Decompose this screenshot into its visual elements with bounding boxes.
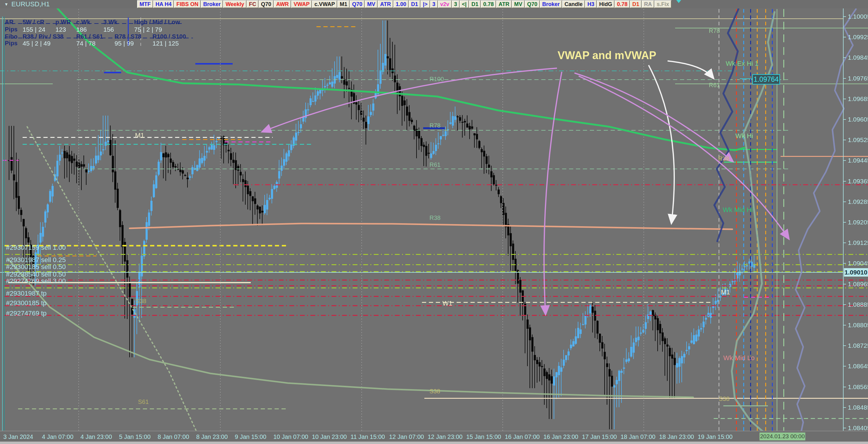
- toolbar-button-0-78[interactable]: 0.78: [615, 0, 630, 8]
- current-price-value: 1.09010: [844, 269, 867, 276]
- toolbar-button-d1[interactable]: D1: [630, 0, 642, 8]
- toolbar-button-mtf[interactable]: MTF: [137, 0, 153, 8]
- price-tick-label: 1.09685: [848, 95, 868, 102]
- dropdown-arrow-icon: ▼: [4, 2, 8, 7]
- price-tick-label: 1.09925: [848, 33, 868, 41]
- price-tick-label: 1.09445: [848, 157, 868, 164]
- price-tick-label: 1.08885: [848, 301, 868, 308]
- price-tick: [844, 57, 846, 58]
- price-tick: [844, 160, 846, 161]
- price-tick: [844, 202, 846, 202]
- time-tick-label: 3 Jan 2024: [3, 434, 33, 440]
- time-tick-label: 8 Jan 07:00: [158, 434, 189, 440]
- price-tick: [844, 407, 846, 408]
- price-tick: [844, 99, 846, 99]
- price-tick: [844, 140, 846, 140]
- toolbar-button-m1[interactable]: M1: [337, 0, 350, 8]
- time-tick-label: 17 Jan 15:00: [582, 434, 617, 440]
- price-tick: [844, 222, 846, 223]
- toolbar-button-atr[interactable]: ATR: [378, 0, 393, 8]
- price-tick: [844, 325, 846, 325]
- time-tick-label: 12 Jan 07:00: [389, 434, 424, 440]
- current-time-value: 2024.01.23 00:00: [760, 433, 805, 440]
- price-tick: [844, 387, 846, 387]
- toolbar-button-d1[interactable]: D1: [409, 0, 421, 8]
- time-tick-label: 18 Jan 23:00: [659, 434, 694, 440]
- toolbar-button-1-00[interactable]: 1.00: [393, 0, 409, 8]
- time-tick-label: 10 Jan 23:00: [312, 434, 347, 440]
- toolbar-buttons: MTFHA H4FIBS ONBrokerWeeklyFCQ70AWRVWAPc…: [137, 0, 672, 8]
- toolbar-button-[interactable]: <|: [460, 0, 469, 8]
- price-tick-label: 1.08965: [848, 280, 868, 288]
- time-tick-label: 5 Jan 15:00: [119, 434, 151, 440]
- toolbar-button-broker[interactable]: Broker: [540, 0, 562, 8]
- toolbar-button-mv[interactable]: MV: [512, 0, 525, 8]
- toolbar-button-3[interactable]: 3: [430, 0, 438, 8]
- toolbar-button-c-vwap[interactable]: c.VWAP: [312, 0, 337, 8]
- price-tick: [844, 78, 846, 79]
- toolbar-button-s-fix[interactable]: s.Fix: [654, 0, 672, 8]
- price-axis[interactable]: 1.100051.099251.098451.097651.096851.096…: [843, 8, 868, 431]
- scroll-marker-icon: [676, 0, 681, 3]
- toolbar-button-atr[interactable]: ATR: [496, 0, 512, 8]
- price-tick: [844, 366, 846, 366]
- toolbar-button-q70[interactable]: Q70: [258, 0, 274, 8]
- toolbar-button-3[interactable]: 3: [452, 0, 460, 8]
- time-tick-label: 9 Jan 15:00: [235, 434, 267, 440]
- price-tick: [844, 345, 846, 346]
- toolbar-button-vwap[interactable]: VWAP: [291, 0, 312, 8]
- price-tick-label: 1.09525: [848, 136, 868, 144]
- toolbar-button-broker[interactable]: Broker: [201, 0, 223, 8]
- toolbar-button-fc[interactable]: FC: [247, 0, 258, 8]
- price-tick: [844, 16, 846, 17]
- time-tick-label: 8 Jan 23:00: [196, 434, 228, 440]
- symbol-dropdown[interactable]: ▼ EURUSD,H1: [0, 0, 137, 8]
- toolbar-button-ha-h4[interactable]: HA H4: [153, 0, 174, 8]
- price-tick: [844, 119, 846, 120]
- toolbar-button-h3[interactable]: H3: [585, 0, 597, 8]
- price-tick: [844, 37, 846, 37]
- time-tick-label: 18 Jan 07:00: [621, 434, 655, 440]
- price-tick-label: 1.09365: [848, 178, 868, 185]
- price-tick-label: 1.08485: [848, 404, 868, 411]
- toolbar-button-q70[interactable]: Q70: [350, 0, 365, 8]
- price-tick-label: 1.10005: [848, 13, 868, 20]
- toolbar-button-awr[interactable]: AWR: [274, 0, 291, 8]
- toolbar-button-v2v[interactable]: v2v: [438, 0, 452, 8]
- time-tick-label: 19 Jan 15:00: [698, 434, 733, 440]
- time-tick-label: 11 Jan 15:00: [350, 434, 385, 440]
- toolbar-button-ra[interactable]: RA: [642, 0, 654, 8]
- symbol-title: EURUSD,H1: [11, 0, 50, 8]
- candlestick-canvas: [0, 0, 868, 444]
- time-tick-label: 16 Jan 23:00: [544, 434, 578, 440]
- toolbar-button-[interactable]: |>: [421, 0, 430, 8]
- toolbar: ▼ EURUSD,H1 MTFHA H4FIBS ONBrokerWeeklyF…: [0, 0, 868, 8]
- price-tick-label: 1.09125: [848, 239, 868, 246]
- price-tick-label: 1.09765: [848, 75, 868, 82]
- price-tick-label: 1.09205: [848, 219, 868, 226]
- toolbar-button-0-78[interactable]: 0.78: [481, 0, 496, 8]
- price-tick-label: 1.08725: [848, 342, 868, 349]
- time-tick-label: 12 Jan 23:00: [428, 434, 463, 440]
- time-tick-label: 10 Jan 07:00: [273, 434, 308, 440]
- toolbar-button-q70[interactable]: Q70: [525, 0, 540, 8]
- price-tick: [844, 428, 846, 428]
- toolbar-button-weekly[interactable]: Weekly: [223, 0, 247, 8]
- toolbar-button-hidg[interactable]: HidG: [597, 0, 615, 8]
- price-tick-label: 1.09605: [848, 116, 868, 123]
- toolbar-button-fibs-on[interactable]: FIBS ON: [174, 0, 201, 8]
- time-tick-label: 4 Jan 07:00: [42, 434, 73, 440]
- time-tick-label: 15 Jan 15:00: [466, 434, 501, 440]
- price-marker-badge: 1.09764: [752, 74, 780, 85]
- bottom-strip: [0, 442, 868, 444]
- price-tick: [844, 263, 846, 264]
- price-tick-label: 1.09845: [848, 54, 868, 61]
- price-tick-label: 1.08565: [848, 383, 868, 391]
- time-axis[interactable]: 2024.01.23 00:00 3 Jan 20244 Jan 07:004 …: [0, 431, 868, 442]
- toolbar-button-d1[interactable]: D1: [469, 0, 481, 8]
- chart-area[interactable]: R78Wk Ex Hi 1R61R100R78Wk HiR61R38R38Wk …: [0, 0, 868, 444]
- toolbar-button-mv[interactable]: MV: [365, 0, 378, 8]
- toolbar-button-candle[interactable]: Candle: [562, 0, 585, 8]
- current-price-badge: 1.09010: [844, 268, 868, 276]
- current-time-badge: 2024.01.23 00:00: [760, 433, 805, 440]
